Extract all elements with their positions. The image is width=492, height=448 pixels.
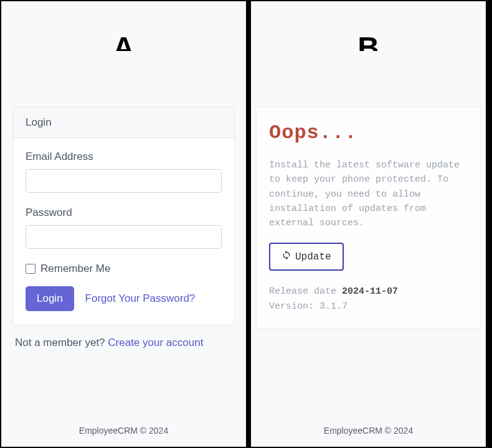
sync-icon — [281, 250, 291, 263]
login-button[interactable]: Login — [26, 286, 74, 311]
password-input[interactable] — [26, 225, 222, 249]
remember-label: Remember Me — [40, 263, 110, 275]
remember-row: Remember Me — [26, 263, 222, 275]
update-card: Oops... Install the latest software upda… — [256, 107, 481, 329]
release-label: Release date — [269, 286, 342, 297]
panel-letter-a: A — [1, 29, 246, 51]
email-input[interactable] — [26, 169, 222, 193]
footer-left: EmployeeCRM © 2024 — [1, 426, 246, 436]
update-body-text: Install the latest software update to ke… — [269, 158, 468, 230]
panel-a: A Login Email Address Password Remember … — [1, 1, 246, 447]
footer-right: EmployeeCRM © 2024 — [251, 426, 486, 436]
button-row: Login Forgot Your Password? — [26, 286, 222, 311]
forgot-password-link[interactable]: Forgot Your Password? — [85, 292, 196, 305]
panel-letter-b: B — [251, 29, 486, 51]
login-card: Login Email Address Password Remember Me… — [12, 107, 235, 325]
remember-checkbox[interactable] — [26, 264, 35, 274]
version-line: Version: 3.1.7 — [269, 299, 468, 314]
create-account-link[interactable]: Create your account — [108, 337, 203, 348]
signup-row: Not a member yet? Create your account — [15, 337, 232, 349]
update-button[interactable]: Update — [269, 243, 344, 271]
version-label: Version: — [269, 301, 319, 312]
panel-b: B Oops... Install the latest software up… — [251, 1, 486, 447]
update-button-label: Update — [295, 251, 331, 263]
signup-prefix: Not a member yet? — [15, 337, 108, 348]
password-label: Password — [26, 207, 222, 219]
login-card-header: Login — [13, 108, 234, 138]
email-label: Email Address — [26, 151, 222, 163]
release-line: Release date 2024-11-07 — [269, 284, 468, 299]
oops-heading: Oops... — [269, 121, 468, 144]
release-date: 2024-11-07 — [342, 286, 398, 297]
version-value: 3.1.7 — [319, 301, 348, 312]
login-card-body: Email Address Password Remember Me Login… — [13, 138, 234, 325]
